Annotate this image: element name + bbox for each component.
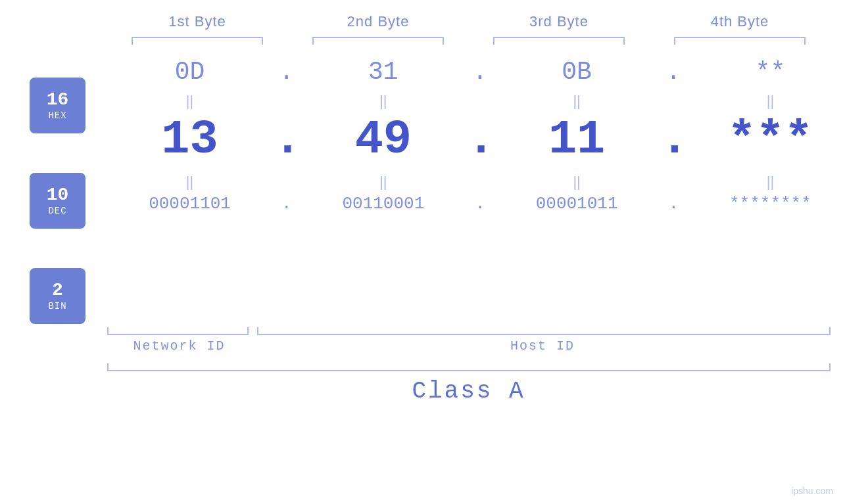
eq1-byte4: || — [704, 93, 836, 110]
hex-byte2: 31 — [318, 58, 449, 86]
byte3-header: 3rd Byte — [483, 13, 635, 30]
dec-badge-label: DEC — [48, 206, 66, 216]
dec-dot1: . — [274, 113, 300, 167]
bracket-byte3 — [493, 37, 625, 45]
bottom-section: Network ID Host ID — [107, 327, 831, 363]
main-container: 1st Byte 2nd Byte 3rd Byte 4th Byte 16 H… — [0, 0, 845, 504]
byte4-header: 4th Byte — [664, 13, 815, 30]
network-id-label: Network ID — [107, 338, 252, 354]
class-bracket — [107, 363, 831, 371]
bin-byte4: ******** — [704, 194, 836, 214]
bracket-byte2 — [312, 37, 444, 45]
bin-row: 00001101 . 00110001 . 00001011 . *******… — [115, 194, 845, 214]
bottom-labels: Network ID Host ID — [107, 338, 831, 354]
dec-badge: 10 DEC — [30, 173, 85, 229]
bracket-byte4 — [674, 37, 806, 45]
class-label: Class A — [107, 378, 831, 405]
bin-badge-num: 2 — [52, 281, 63, 301]
byte1-header: 1st Byte — [122, 13, 273, 30]
bin-dot1: . — [274, 194, 300, 214]
eq2-byte2: || — [318, 173, 449, 191]
hex-byte3: 0B — [511, 58, 642, 86]
eq1-byte2: || — [318, 93, 449, 110]
equals-row-1: || || || || — [115, 89, 845, 113]
hex-badge: 16 HEX — [30, 78, 85, 133]
bin-byte1: 00001101 — [124, 194, 256, 214]
host-id-label: Host ID — [255, 338, 831, 354]
watermark: ipshu.com — [791, 486, 833, 496]
dec-badge-num: 10 — [47, 185, 69, 206]
class-section: Class A — [107, 363, 831, 405]
host-bracket — [257, 327, 831, 335]
byte-headers-row: 1st Byte 2nd Byte 3rd Byte 4th Byte — [107, 13, 831, 30]
hex-byte1: 0D — [124, 58, 256, 86]
hex-badge-label: HEX — [48, 110, 66, 121]
bin-byte3: 00001011 — [511, 194, 642, 214]
bin-badge: 2 BIN — [30, 268, 85, 324]
dec-byte1: 13 — [124, 113, 256, 167]
dec-byte2: 49 — [318, 113, 449, 167]
equals-row-2: || || || || — [115, 170, 845, 194]
bin-dot2: . — [467, 194, 493, 214]
eq2-byte1: || — [124, 173, 256, 191]
eq1-byte1: || — [124, 93, 256, 110]
dec-dot2: . — [467, 113, 493, 167]
network-bracket — [107, 327, 249, 335]
main-area: 16 HEX 10 DEC 2 BIN 0D . 31 . 0B . ** — [30, 58, 845, 324]
bin-dot3: . — [660, 194, 687, 214]
dec-dot3: . — [660, 113, 687, 167]
hex-row: 0D . 31 . 0B . ** — [115, 58, 845, 86]
hex-dot1: . — [274, 58, 300, 86]
eq2-byte4: || — [704, 173, 836, 191]
bin-badge-label: BIN — [48, 301, 66, 311]
eq1-byte3: || — [511, 93, 642, 110]
bracket-byte1 — [132, 37, 263, 45]
eq2-byte3: || — [511, 173, 642, 191]
data-grid: 0D . 31 . 0B . ** || || || || 13 — [115, 58, 845, 214]
badges-column: 16 HEX 10 DEC 2 BIN — [30, 58, 115, 324]
hex-dot2: . — [467, 58, 493, 86]
dec-byte3: 11 — [511, 113, 642, 167]
hex-byte4: ** — [704, 58, 836, 86]
hex-badge-num: 16 — [47, 90, 69, 110]
dec-byte4: *** — [704, 113, 836, 167]
bin-byte2: 00110001 — [318, 194, 449, 214]
top-brackets — [107, 37, 831, 45]
bottom-brackets — [107, 327, 831, 335]
hex-dot3: . — [660, 58, 687, 86]
byte2-header: 2nd Byte — [302, 13, 454, 30]
dec-row: 13 . 49 . 11 . *** — [115, 113, 845, 167]
